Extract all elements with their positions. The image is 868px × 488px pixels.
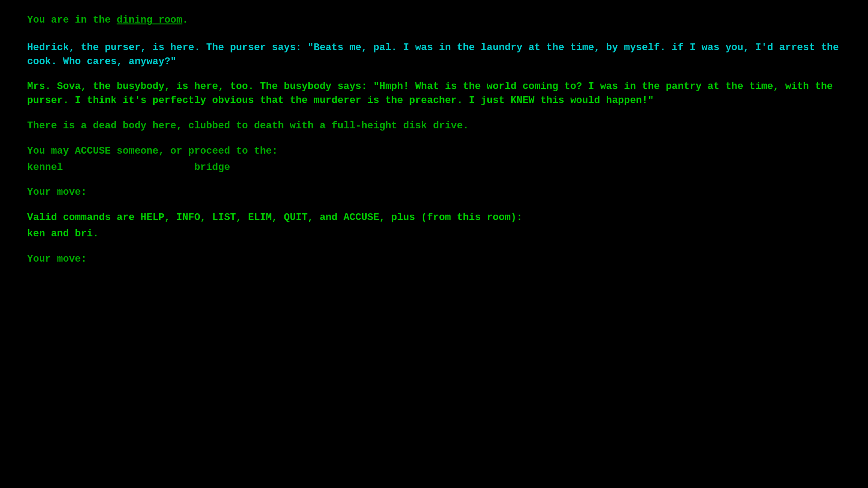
location-prefix: You are in the [27, 14, 117, 26]
mrs-sova-text: Mrs. Sova, the busybody, is here, too. T… [27, 81, 833, 106]
location-name: dining room [117, 14, 182, 26]
exits-line: kennel bridge [27, 161, 841, 175]
bridge-exit[interactable]: bridge [194, 162, 230, 173]
accuse-directions-block: You may ACCUSE someone, or proceed to th… [27, 145, 841, 175]
valid-commands-block: Valid commands are HELP, INFO, LIST, ELI… [27, 211, 841, 241]
accuse-line: You may ACCUSE someone, or proceed to th… [27, 145, 841, 159]
location-line: You are in the dining room. [27, 14, 841, 28]
dead-body-text: There is a dead body here, clubbed to de… [27, 120, 469, 131]
hedrick-paragraph: Hedrick, the purser, is here. The purser… [27, 41, 841, 69]
dead-body-paragraph: There is a dead body here, clubbed to de… [27, 119, 841, 133]
your-move-2: Your move: [27, 253, 841, 267]
hedrick-text: Hedrick, the purser, is here. The purser… [27, 42, 839, 67]
kennel-exit[interactable]: kennel [27, 162, 63, 173]
location-suffix: . [182, 14, 188, 26]
valid-commands-line: Valid commands are HELP, INFO, LIST, ELI… [27, 211, 841, 225]
abbreviations-line: ken and bri. [27, 227, 841, 241]
mrs-sova-paragraph: Mrs. Sova, the busybody, is here, too. T… [27, 80, 841, 108]
your-move-1: Your move: [27, 186, 841, 200]
